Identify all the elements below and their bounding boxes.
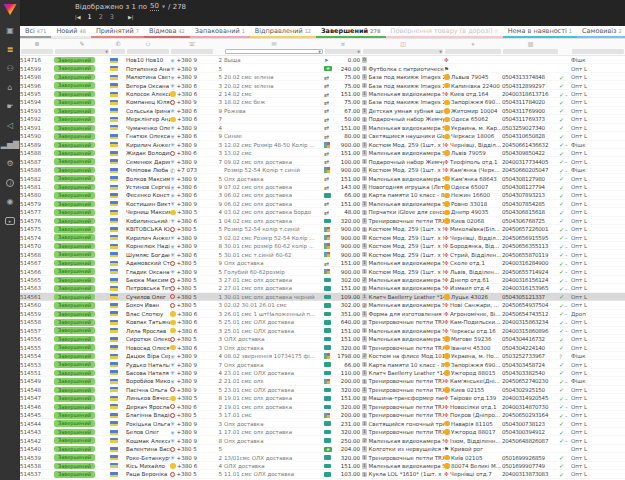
order-row[interactable]: 514579ЗавершенийКостишин Виктор✳+380 990… — [20, 200, 625, 208]
order-row[interactable]: 514543ЗавершенийБелов Олег✳+380 9117.01 … — [20, 428, 625, 436]
order-row[interactable]: 514590ЗавершенийГнатюк Олександр✳+380 69… — [20, 132, 625, 140]
sidebar-item-dashboard[interactable]: ▣ — [0, 21, 20, 40]
sidebar-item-clients[interactable]: ⚇ — [0, 59, 20, 78]
tab-all[interactable]: Всі471 — [20, 26, 51, 38]
order-row[interactable]: 514599ЗавершенийПотапенко Анастас...✳+38… — [20, 64, 625, 72]
phone-cell: ✳+380 9 — [170, 436, 214, 444]
order-row[interactable]: 514575ЗавершенийКВІТОВСЬКА ЮЛІЯ+380 55Ро… — [20, 225, 625, 233]
order-row[interactable]: 514594ЗавершенийКомпанец Юля+380 9318.02… — [20, 98, 625, 106]
order-row[interactable]: 514551ЗавершенийБасова Наталя✳+380 9423.… — [20, 369, 625, 377]
page-button-1[interactable]: 1 — [88, 13, 92, 21]
tab-out-of-stock[interactable]: Нема в наявності1 — [503, 26, 577, 38]
order-row[interactable]: 514563ЗавершенийПетровська Тетяна+380 52… — [20, 284, 625, 292]
order-status: Завершений — [54, 217, 110, 225]
order-row[interactable]: 514568ЗавершенийШумляс Богдана Ан...✳+38… — [20, 250, 625, 258]
order-row[interactable]: 514570ЗавершенийКорнелюк Надія Та...✳+38… — [20, 242, 625, 250]
phone-cell: +380 6 — [170, 149, 214, 157]
tab-shipped[interactable]: Відправлений12 — [250, 26, 316, 38]
tab-completed[interactable]: Завершений278 — [316, 26, 386, 38]
filter-input-name[interactable] — [127, 49, 169, 55]
order-row[interactable]: 514581ЗавершенийУстинов Сергей✳+380 6907… — [20, 183, 625, 191]
order-row[interactable]: 514565ЗавершенийБаюка Максим+380 5327.01… — [20, 276, 625, 284]
payment-card-icon — [324, 421, 331, 426]
company-icon: ⌂ — [7, 83, 12, 92]
filter-input-phone[interactable] — [171, 49, 213, 55]
order-row[interactable]: 514547ЗавершенийЛиньков Вячеслав+380 581… — [20, 394, 625, 402]
tab-accepted[interactable]: Прийнятий7 — [91, 26, 144, 38]
sidebar-item-info[interactable]: i — [0, 173, 20, 192]
order-row[interactable]: 514555ЗавершенийНовосад Олеся+380 63Олх … — [20, 343, 625, 351]
sidebar-item-video[interactable]: ▸ — [0, 211, 20, 230]
filter-input-flag[interactable] — [111, 49, 125, 55]
last-page-icon[interactable]: ▶| — [128, 14, 134, 20]
page-button-3[interactable]: 3 — [110, 13, 114, 21]
order-row[interactable]: 514592ЗавершенийМерклінгер Андрей+380 67… — [20, 115, 625, 123]
filter-input-status[interactable]: ▼ — [55, 49, 109, 55]
order-row[interactable]: 514567ЗавершенийАдамовский Станис...+380… — [20, 259, 625, 267]
filter-input-id[interactable] — [21, 49, 53, 55]
phone-cell: ✳+380 9 — [170, 242, 214, 250]
filter-input-product[interactable]: ▼ — [363, 49, 443, 55]
sidebar-item-pointer[interactable]: ☛ — [0, 97, 20, 116]
order-row[interactable]: 514548ЗавершенийПасічна Ольга+380 9523.0… — [20, 386, 625, 394]
sidebar-item-support[interactable]: ◉ — [0, 192, 20, 211]
order-row[interactable]: 514554ЗавершенийДацюк Віра Сергіївна✳+38… — [20, 352, 625, 360]
order-row[interactable]: 514596ЗавершенийВегера Оксана✳+380 6320.… — [20, 81, 625, 89]
phone-number: +380 9 — [177, 235, 197, 241]
order-row[interactable]: 514577ЗавершенийЧерниш Максим+380 5403.0… — [20, 208, 625, 216]
order-row[interactable]: 514538ЗавершенийКісь Михайло+380 64ОЛХ д… — [20, 462, 625, 470]
order-row[interactable]: 514595ЗавершенийКолосок Александр+380 62… — [20, 90, 625, 98]
page-button-2[interactable]: 2 — [99, 13, 103, 21]
order-id: 514539 — [20, 453, 54, 461]
order-row[interactable]: 514539ЗавершенийРоке-Бетанкурт Лін...✳+3… — [20, 453, 625, 461]
order-row[interactable]: 514545ЗавершенийБлагінна Владіслава+380 … — [20, 411, 625, 419]
sidebar-item-orders[interactable]: ≣ — [0, 40, 20, 59]
filter-input-ttn[interactable] — [503, 49, 558, 55]
product-cell: 1Колготки из нервущейся ткани ... — [362, 445, 444, 453]
tab-refused[interactable]: Відмова42 — [144, 26, 190, 38]
order-row[interactable]: 514593ЗавершенийСольська Ірина✳+380 69Ро… — [20, 107, 625, 115]
order-row[interactable]: 514560ЗавершенийБокоч Иван+380 5302.02 3… — [20, 301, 625, 309]
order-row[interactable]: 514716ЗавершенийНов10 Нов10✳+380 92Выща➤… — [20, 56, 625, 64]
order-row[interactable]: 514540ЗавершенийВалентина Василье...+380… — [20, 445, 625, 453]
tracking-number: 0504302925150 — [502, 386, 559, 394]
first-page-icon[interactable]: |◀ — [75, 14, 81, 20]
order-row[interactable]: 514598ЗавершенийМалютина Светлана✳+380 9… — [20, 73, 625, 81]
order-row[interactable]: 514588ЗавершенийЖидак Володимир+380 6313… — [20, 149, 625, 157]
order-row[interactable]: 514544ЗавершенийРокіцька Ольга✳+380 93Ол… — [20, 419, 625, 427]
app-logo-icon[interactable] — [4, 4, 17, 15]
order-row[interactable]: 514549ЗавершенийВоробйов Микола✳+380 922… — [20, 377, 625, 385]
order-row[interactable]: 514566ЗавершенийГладик Оксана✳+380 95Гол… — [20, 267, 625, 275]
order-row[interactable]: 514557ЗавершенийЛила Ярослав+380 6325.01… — [20, 327, 625, 335]
order-row[interactable]: 514586ЗавершенийФіліпова Люба✆+7 073Розм… — [20, 166, 625, 174]
order-row[interactable]: 514576ЗавершенийКобилинський Юрий✳+380 6… — [20, 217, 625, 225]
order-row[interactable]: 514591ЗавершенийЧумаченко Олена✳+380 94⇄… — [20, 124, 625, 132]
order-row[interactable]: 514580ЗавершенийФесенко Константин✳+380 … — [20, 191, 625, 199]
filter-input-city[interactable] — [445, 49, 501, 55]
order-row[interactable]: 514561ЗавершенийСучилов Олег+380 5130.01… — [20, 293, 625, 301]
order-row[interactable]: 514587ЗавершенийСеменюк Дарина✳+380 9709… — [20, 157, 625, 165]
tab-new[interactable]: Новий48 — [51, 26, 91, 38]
per-page-dropdown[interactable]: 50 — [150, 2, 159, 11]
sidebar-item-broadcast[interactable]: ◁ — [0, 116, 20, 135]
order-row[interactable]: 514537ЗавершенийРаца Вероніка+380 5511.0… — [20, 470, 625, 478]
order-row[interactable]: 514553ЗавершенийРудько Наталья✳+380 97Ол… — [20, 360, 625, 368]
filter-input-comment[interactable]: ▼ — [225, 49, 323, 55]
order-row[interactable]: 514574ЗавершенийКирилич Анжела Ол...✳+38… — [20, 234, 625, 242]
sidebar-item-stats[interactable]: ▂▅▇ — [0, 135, 20, 154]
tab-packed[interactable]: Запакований1 — [190, 26, 250, 38]
filter-input-tag[interactable] — [572, 49, 624, 55]
tab-return-in-transit[interactable]: Повернення товару (в дорозі)0 — [386, 26, 503, 38]
tab-pickup[interactable]: Самовивіз2 — [577, 26, 625, 38]
order-row[interactable]: 514556ЗавершенийСиротюк Олександр+380 53… — [20, 335, 625, 343]
order-row[interactable]: 514559ЗавершенийВлас Слотюу+380 6326.01 … — [20, 310, 625, 318]
filter-input-payment[interactable]: ▼ — [325, 49, 361, 55]
sidebar-item-settings[interactable]: ⚙ — [0, 154, 20, 173]
sidebar-item-company[interactable]: ⌂ — [0, 78, 20, 97]
order-row[interactable]: 514582ЗавершенийВолков Максим✳+380 95Олх… — [20, 174, 625, 182]
phone-number: +380 9 — [177, 176, 197, 182]
order-row[interactable]: 514589ЗавершенийКирилич Анжела✳+380 9312… — [20, 141, 625, 149]
order-row[interactable]: 514558ЗавершенийКовпак Татьяна+380 6525.… — [20, 318, 625, 326]
order-row[interactable]: 514542ЗавершенийКошмак Александр✳+380 98… — [20, 436, 625, 444]
order-row[interactable]: 514546ЗавершенийДеркач Ярослав+380 6219.… — [20, 403, 625, 411]
